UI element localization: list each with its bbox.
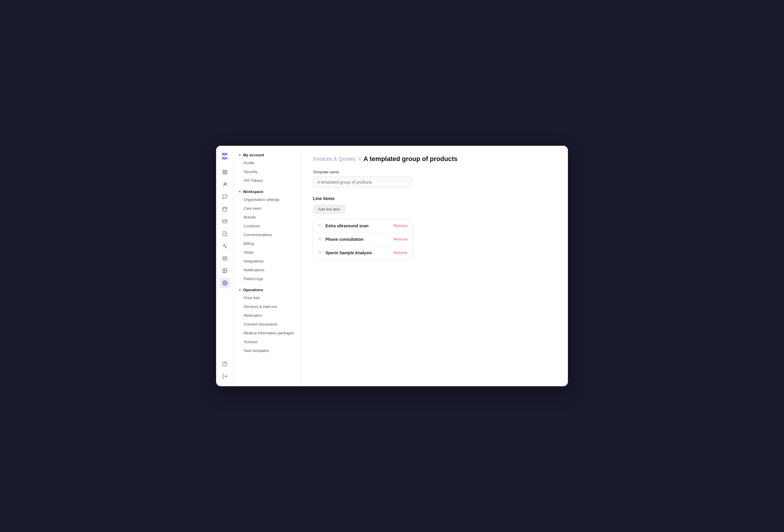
svg-point-12 — [224, 258, 225, 259]
sidebar-item-communications[interactable]: Communications — [235, 230, 299, 239]
chevron-icon: ▼ — [239, 153, 241, 157]
icon-rail: WAWA — [216, 146, 234, 386]
breadcrumb-current: A templated group of products — [364, 155, 458, 163]
main-content: Invoices & Quotes > A templated group of… — [301, 146, 568, 386]
svg-rect-1 — [225, 170, 227, 172]
drag-handle-icon[interactable] — [318, 223, 322, 228]
chevron-icon: ▼ — [239, 190, 241, 193]
drag-handle-icon[interactable] — [318, 237, 322, 242]
breadcrumb-link[interactable]: Invoices & Quotes — [313, 156, 356, 162]
chevron-icon: ▼ — [239, 288, 241, 291]
sidebar-item-api-tokens[interactable]: API Tokens — [235, 176, 299, 185]
sidebar-item-integrations[interactable]: Integrations — [235, 257, 299, 265]
sidebar-item-brands[interactable]: Brands — [235, 213, 299, 221]
breadcrumb: Invoices & Quotes > A templated group of… — [313, 155, 556, 163]
sidebar-item-surveys[interactable]: Surveys — [235, 338, 299, 346]
line-item-name: Extra ultrasound scan — [326, 223, 393, 228]
template-name-input[interactable] — [313, 176, 413, 188]
chat-icon[interactable] — [220, 192, 230, 202]
sidebar-item-care-team[interactable]: Care team — [235, 204, 299, 213]
sidebar-section-operations-label: Operations — [243, 288, 263, 292]
sidebar-item-patient-app[interactable]: Patient App — [235, 275, 299, 283]
dashboard-icon[interactable] — [220, 167, 230, 177]
sidebar-section-my-account-label: My account — [243, 153, 264, 157]
breadcrumb-separator: > — [358, 156, 361, 162]
sidebar-item-notifications[interactable]: Notifications — [235, 266, 299, 274]
sidebar: ▼ My account Profile Security API Tokens… — [234, 146, 301, 386]
line-item-name: Phone consultation — [326, 237, 393, 242]
svg-rect-2 — [223, 173, 224, 174]
settings-icon[interactable] — [220, 278, 230, 288]
line-item-row: Sperm Sample Analysis Remove — [313, 246, 412, 259]
line-item-row: Phone consultation Remove — [313, 232, 412, 246]
sidebar-item-stripe[interactable]: Stripe — [235, 248, 299, 257]
sidebar-item-profile[interactable]: Profile — [235, 159, 299, 167]
logo-text: WAWA — [222, 152, 228, 161]
logout-icon[interactable] — [220, 371, 230, 382]
sidebar-item-consent-documents[interactable]: Consent documents — [235, 320, 299, 329]
logo: WAWA — [219, 150, 231, 162]
patients-icon[interactable] — [220, 179, 230, 190]
sidebar-item-security[interactable]: Security — [235, 167, 299, 176]
analytics-icon[interactable] — [220, 241, 230, 251]
sidebar-item-organisation-settings[interactable]: Organisation settings — [235, 195, 299, 204]
remove-button[interactable]: Remove — [393, 223, 408, 228]
records-icon[interactable] — [220, 253, 230, 264]
svg-point-14 — [224, 270, 225, 271]
reports-icon[interactable] — [220, 228, 230, 239]
sidebar-item-task-templates[interactable]: Task templates — [235, 346, 299, 355]
line-item-row: Extra ultrasound scan Remove — [313, 219, 412, 232]
remove-button[interactable]: Remove — [393, 250, 408, 255]
sidebar-item-services-addons[interactable]: Services & Add-ons — [235, 302, 299, 311]
sidebar-item-medication[interactable]: Medication — [235, 311, 299, 320]
line-items-table: Extra ultrasound scan Remove Phone consu… — [313, 219, 413, 259]
sidebar-section-workspace[interactable]: ▼ Workspace — [234, 187, 301, 195]
template-name-label: Template name — [313, 170, 556, 174]
add-line-item-button[interactable]: Add line item — [313, 204, 345, 214]
sidebar-section-workspace-label: Workspace — [243, 190, 263, 194]
line-item-name: Sperm Sample Analysis — [326, 250, 393, 255]
add-line-item-label: Add line item — [318, 207, 340, 212]
svg-rect-5 — [223, 207, 227, 212]
drag-handle-icon[interactable] — [318, 250, 322, 255]
calendar-icon[interactable] — [220, 204, 230, 214]
help-icon[interactable] — [220, 359, 230, 369]
sidebar-item-medical-info-packages[interactable]: Medical information packages — [235, 329, 299, 337]
svg-rect-9 — [223, 220, 227, 223]
remove-button[interactable]: Remove — [393, 237, 408, 241]
svg-point-4 — [224, 183, 226, 185]
sidebar-item-price-lists[interactable]: Price lists — [235, 293, 299, 302]
sidebar-section-operations[interactable]: ▼ Operations — [234, 285, 301, 293]
svg-point-15 — [224, 282, 225, 284]
line-items-label: Line items — [313, 196, 556, 201]
sidebar-item-locations[interactable]: Locations — [235, 222, 299, 230]
svg-rect-0 — [223, 170, 224, 172]
images-icon[interactable] — [220, 265, 230, 276]
billing-icon[interactable] — [220, 216, 230, 227]
sidebar-section-my-account[interactable]: ▼ My account — [234, 150, 301, 158]
sidebar-item-billing[interactable]: Billing — [235, 239, 299, 248]
svg-rect-3 — [225, 173, 227, 174]
